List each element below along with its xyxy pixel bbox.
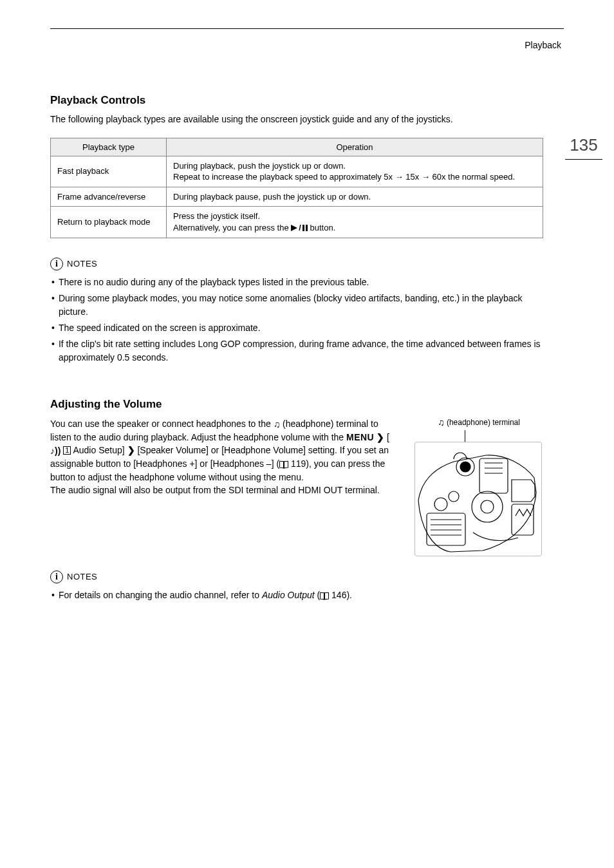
th-playback-type: Playback type <box>51 138 167 156</box>
camera-svg <box>415 442 542 556</box>
page-number-block: 135 <box>565 135 602 160</box>
svg-point-10 <box>481 500 494 513</box>
svg-point-18 <box>449 491 459 502</box>
note-item: •The speed indicated on the screen is ap… <box>51 321 543 335</box>
notes-label: NOTES <box>67 259 97 269</box>
table-row: Frame advance/reverse During playback pa… <box>51 187 543 207</box>
page-ref-icon <box>320 592 329 599</box>
page-ref-icon <box>279 461 288 467</box>
menu-label: MENU <box>346 432 374 442</box>
notes-block: i NOTES • For details on changing the au… <box>50 571 543 602</box>
table-row: Return to playback mode Press the joysti… <box>51 207 543 238</box>
svg-point-9 <box>472 491 503 522</box>
page-number-rule <box>565 159 602 160</box>
menu-arrow-icon: ❯ <box>127 445 135 455</box>
svg-point-17 <box>434 498 447 511</box>
cell-operation: During playback pause, push the joystick… <box>167 187 543 207</box>
info-icon: i <box>50 258 63 270</box>
cell-playback-type: Fast playback <box>51 156 167 187</box>
heading-adjusting-volume: Adjusting the Volume <box>50 398 543 411</box>
note-item: •During some playback modes, you may not… <box>51 292 543 319</box>
play-pause-icon: / <box>291 222 308 234</box>
menu-arrow-icon: ❯ <box>377 432 384 442</box>
cell-operation: Press the joystick itself. Alternatively… <box>167 207 543 238</box>
cell-operation: During playback, push the joystick up or… <box>167 156 543 187</box>
heading-playback-controls: Playback Controls <box>50 94 543 107</box>
svg-point-4 <box>460 462 470 472</box>
notes-header: i NOTES <box>50 571 543 583</box>
notes-header: i NOTES <box>50 258 543 270</box>
cell-playback-type: Return to playback mode <box>51 207 167 238</box>
playback-controls-intro: The following playback types are availab… <box>50 113 543 126</box>
figure-caption: ♫ (headphone) terminal <box>414 417 543 428</box>
volume-body-text: You can use the speaker or connect headp… <box>50 417 398 556</box>
note-item: •If the clip's bit rate setting includes… <box>51 337 543 364</box>
boxed-one-icon: 1 <box>63 446 71 455</box>
note-item: • For details on changing the audio chan… <box>51 589 543 602</box>
camera-diagram <box>414 442 542 556</box>
header-rule <box>50 28 564 29</box>
th-operation: Operation <box>167 138 543 156</box>
headphone-icon: ♫ <box>274 419 281 429</box>
cell-playback-type: Frame advance/reverse <box>51 187 167 207</box>
page-number: 135 <box>565 135 602 155</box>
svg-rect-1 <box>302 225 304 231</box>
audio-icon: ♪)) <box>50 444 60 457</box>
svg-marker-0 <box>291 225 297 231</box>
headphone-terminal-figure: ♫ (headphone) terminal <box>414 417 543 556</box>
notes-block: i NOTES •There is no audio during any of… <box>50 258 543 364</box>
table-row: Fast playback During playback, push the … <box>51 156 543 187</box>
svg-rect-16 <box>512 504 534 535</box>
section-adjusting-volume: Adjusting the Volume You can use the spe… <box>50 398 543 602</box>
page-content: Playback Controls The following playback… <box>50 94 543 605</box>
header-section-label: Playback <box>525 40 561 50</box>
svg-rect-5 <box>479 458 508 493</box>
info-icon: i <box>50 571 63 583</box>
note-item: •There is no audio during any of the pla… <box>51 276 543 289</box>
audio-output-ref: Audio Output <box>262 590 315 600</box>
playback-controls-table: Playback type Operation Fast playback Du… <box>50 138 543 238</box>
notes-label: NOTES <box>67 572 97 581</box>
callout-line <box>465 430 465 442</box>
headphone-icon: ♫ <box>438 417 445 428</box>
